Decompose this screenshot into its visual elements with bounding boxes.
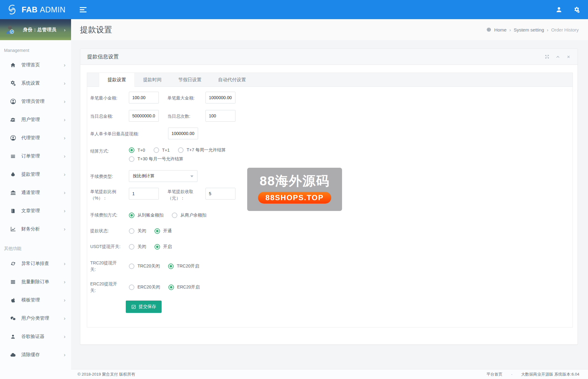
- chevron-right-icon: ›: [64, 117, 66, 122]
- radio-usdt-closed[interactable]: 关闭: [129, 244, 146, 250]
- fee-fixed-label: 单笔提款收取（元）：: [167, 188, 205, 201]
- breadcrumb-home[interactable]: Home: [494, 27, 506, 32]
- chevron-right-icon: ›: [64, 279, 66, 284]
- sidebar-item-article-management[interactable]: 文章管理 ›: [0, 202, 71, 220]
- daily-amount-input[interactable]: [129, 110, 159, 122]
- watermark-overlay: 88海外源码 88SHOPS.TOP: [247, 168, 342, 211]
- fee-type-label: 手续费类型:: [90, 170, 129, 180]
- wechat-icon: [9, 316, 17, 321]
- daily-count-input[interactable]: [205, 110, 235, 122]
- breadcrumb-system-setting[interactable]: System setting: [514, 27, 544, 32]
- tab-withdraw-time[interactable]: 提款时间: [135, 73, 170, 86]
- sidebar-item-agent-management[interactable]: 代理管理 ›: [0, 129, 71, 147]
- chevron-right-icon: ›: [64, 226, 66, 232]
- radio-circle: [129, 228, 134, 234]
- collapse-chevron-icon[interactable]: [556, 54, 560, 59]
- radio-erc20-closed[interactable]: ERC20关闭: [129, 284, 160, 290]
- sidebar-item-order-management[interactable]: 订单管理 ›: [0, 147, 71, 165]
- close-icon[interactable]: [566, 55, 571, 59]
- brand-logo[interactable]: FAB ADMIN: [0, 4, 71, 15]
- chevron-right-icon: ›: [64, 27, 67, 32]
- expand-icon[interactable]: [545, 54, 549, 59]
- list-icon: [9, 154, 17, 159]
- user-profile-icon[interactable]: [556, 6, 562, 13]
- fee-fixed-input[interactable]: [205, 188, 235, 200]
- sidebar-item-withdraw-management[interactable]: 提款管理 ›: [0, 165, 71, 183]
- radio-deduct-from-arrival[interactable]: 从到账金额扣: [129, 213, 163, 218]
- footer-platform-home-link[interactable]: 平台首页: [486, 372, 502, 377]
- globe-icon: [486, 27, 491, 32]
- min-amount-input[interactable]: [129, 92, 159, 103]
- chevron-right-icon: ›: [64, 297, 66, 303]
- sidebar-item-template-management[interactable]: 模板管理 ›: [0, 291, 71, 309]
- chevron-right-icon: ›: [64, 208, 66, 213]
- breadcrumb-separator: ›: [547, 27, 548, 32]
- settlement-radio-group: T+0 T+1 T+7 每周一允许结算 T+30 每月一号允许结算: [129, 147, 234, 162]
- radio-circle: [178, 147, 184, 153]
- check-square-icon: [131, 305, 136, 309]
- footer-version: 大数据商业开源版 系统版本:6.04: [521, 372, 579, 377]
- chart-line-icon: [9, 226, 17, 232]
- submit-save-button[interactable]: 提交保存: [126, 301, 162, 313]
- panel-header: 提款信息设置: [80, 49, 577, 65]
- radio-circle: [129, 244, 134, 250]
- radio-trc20-open[interactable]: TRC20开启: [168, 263, 199, 269]
- sidebar-item-google-authenticator[interactable]: 谷歌验证器 ›: [0, 327, 71, 346]
- footer-copyright: © 2018-2019 聚合支付 版权所有: [78, 372, 135, 377]
- radio-usdt-open[interactable]: 开启: [154, 244, 172, 250]
- radio-trc20-closed[interactable]: TRC20关闭: [129, 263, 160, 269]
- moneybag-icon: [9, 172, 17, 177]
- sidebar-item-clear-cache[interactable]: 清除缓存 ›: [0, 346, 71, 364]
- sidebar-item-finance-analysis[interactable]: 财务分析 ›: [0, 220, 71, 238]
- radio-t0[interactable]: T+0: [129, 147, 145, 153]
- fee-type-selected-value: 按比例计算: [133, 173, 154, 179]
- sidebar-item-system-settings[interactable]: 系统设置 ›: [0, 74, 71, 92]
- chevron-right-icon: ›: [64, 172, 66, 177]
- chevron-right-icon: ›: [64, 261, 66, 266]
- sidebar-item-batch-delete-orders[interactable]: 批量删除订单 ›: [0, 273, 71, 291]
- max-amount-input[interactable]: [205, 92, 235, 103]
- panel-tools: [545, 54, 571, 59]
- radio-circle: [154, 228, 160, 234]
- radio-withdraw-closed[interactable]: 关闭: [129, 228, 146, 234]
- sidebar-item-admin-home[interactable]: 管理首页 ›: [0, 56, 71, 74]
- avatar: [4, 24, 15, 35]
- radio-deduct-from-merchant[interactable]: 从商户余额扣: [172, 213, 206, 218]
- tab-auto-payment-settings[interactable]: 自动代付设置: [210, 73, 254, 86]
- chevron-right-icon: ›: [64, 135, 66, 141]
- user-icon: [9, 334, 17, 339]
- sidebar-item-abnormal-order-check[interactable]: 异常订单排查 ›: [0, 255, 71, 273]
- radio-withdraw-open[interactable]: 开通: [154, 228, 172, 234]
- chevron-right-icon: ›: [64, 352, 66, 357]
- radio-circle: [129, 284, 134, 290]
- daily-count-label: 当日总次数:: [167, 110, 205, 120]
- radio-t1[interactable]: T+1: [154, 147, 170, 153]
- radio-erc20-open[interactable]: ERC20开启: [168, 284, 200, 290]
- settings-gear-icon[interactable]: [573, 6, 580, 13]
- radio-t7[interactable]: T+7 每周一允许结算: [178, 147, 226, 153]
- fee-type-select[interactable]: 按比例计算: [129, 170, 197, 182]
- usdt-switch-label: USDT提现开关:: [90, 243, 129, 250]
- sidebar-item-user-category-management[interactable]: 用户分类管理 ›: [0, 309, 71, 327]
- sidebar-item-admin-management[interactable]: 管理员管理 ›: [0, 92, 71, 111]
- fee-percent-input[interactable]: [129, 188, 159, 200]
- chevron-right-icon: ›: [64, 190, 66, 195]
- tab-withdraw-settings[interactable]: 提款设置: [99, 73, 135, 87]
- sidebar-item-channel-management[interactable]: 通道管理 ›: [0, 183, 71, 202]
- radio-circle: [154, 244, 160, 250]
- withdraw-status-label: 提款状态:: [90, 228, 129, 234]
- chevron-right-icon: ›: [64, 316, 66, 321]
- tab-holiday-settings[interactable]: 节假日设置: [170, 73, 210, 86]
- sidebar-profile[interactable]: 身份：总管理员 ›: [0, 19, 71, 40]
- card-daily-max-input[interactable]: [168, 128, 198, 139]
- sidebar-toggle-icon[interactable]: [80, 7, 87, 12]
- radio-t30[interactable]: T+30 每月一号允许结算: [129, 156, 183, 162]
- sidebar-item-user-management[interactable]: 用户管理 ›: [0, 111, 71, 129]
- radio-circle: [172, 213, 177, 218]
- sidebar-section-management: Management: [0, 40, 71, 56]
- sidebar-section-other: 其他功能: [0, 238, 71, 255]
- list-alt-icon: [9, 279, 17, 285]
- radio-circle: [129, 156, 134, 162]
- max-amount-label: 单笔最大金额:: [167, 92, 205, 101]
- brand-bold: FAB: [22, 5, 38, 14]
